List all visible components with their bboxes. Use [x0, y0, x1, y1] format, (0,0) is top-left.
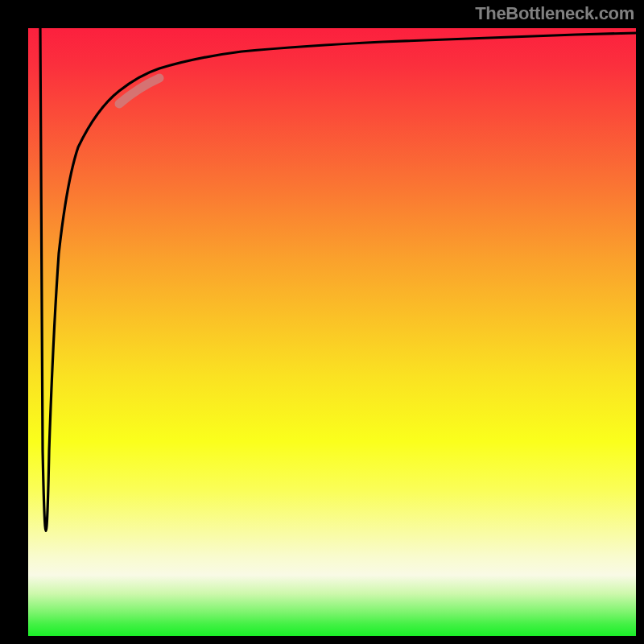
bottleneck-curve: [40, 28, 636, 531]
watermark-text: TheBottleneck.com: [475, 3, 634, 24]
plot-area: [28, 28, 636, 636]
highlight-segment: [119, 78, 159, 104]
chart-frame: TheBottleneck.com: [0, 0, 644, 644]
curve-layer: [28, 28, 636, 636]
